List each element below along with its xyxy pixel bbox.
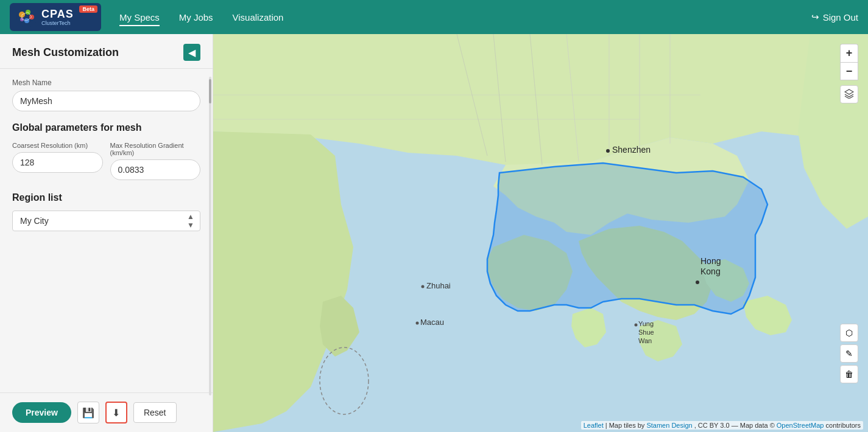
svg-text:Shue: Shue (638, 329, 654, 336)
map-draw-controls: ⬡ ✎ 🗑 (840, 324, 858, 383)
header: CPAS ClusterTech Beta My Specs My Jobs V… (0, 0, 868, 34)
scroll-thumb[interactable] (209, 79, 211, 103)
svg-text:Kong: Kong (700, 267, 721, 276)
nav-visualization[interactable]: Visualization (233, 10, 284, 26)
svg-text:Zhuhai: Zhuhai (426, 281, 451, 290)
svg-point-34 (635, 324, 638, 327)
main-nav: My Specs My Jobs Visualization (119, 12, 300, 23)
svg-point-28 (422, 285, 425, 288)
svg-text:Wan: Wan (638, 337, 652, 344)
logo-sub: ClusterTech (41, 21, 74, 26)
draw-polygon-icon: ⬡ (845, 328, 853, 338)
sidebar-title: Mesh Customization (12, 46, 119, 59)
region-select[interactable]: My City (12, 211, 200, 231)
save-icon: 💾 (82, 407, 94, 419)
nav-my-specs[interactable]: My Specs (119, 10, 160, 26)
attribution-contrib: contributors (826, 422, 861, 429)
logo-text-group: CPAS ClusterTech (41, 8, 74, 26)
svg-point-23 (606, 149, 610, 153)
sign-out-icon: ↪ (811, 12, 819, 23)
save-button[interactable]: 💾 (77, 402, 99, 423)
download-icon: ⬇ (112, 407, 120, 419)
svg-text:Hong: Hong (700, 256, 721, 266)
sidebar-content: Mesh Name Global parameters for mesh Coa… (0, 69, 213, 392)
coarsest-res-field: Coarsest Resolution (km) (12, 142, 103, 180)
max-res-input[interactable] (110, 159, 201, 180)
region-list-title: Region list (12, 192, 200, 203)
coarsest-input[interactable] (12, 152, 103, 173)
attribution-cc: , CC BY 3.0 (694, 422, 730, 429)
attribution-data: — Map data © (732, 422, 777, 429)
download-button[interactable]: ⬇ (105, 402, 127, 423)
reset-button[interactable]: Reset (133, 402, 177, 423)
preview-button[interactable]: Preview (12, 402, 71, 423)
mesh-name-input[interactable] (12, 91, 200, 111)
draw-polygon-button[interactable]: ⬡ (840, 324, 858, 342)
logo-area: CPAS ClusterTech Beta (10, 3, 101, 31)
region-select-wrapper: My City ▲▼ (12, 211, 200, 231)
svg-text:Shenzhen: Shenzhen (612, 145, 651, 155)
sidebar-header: Mesh Customization ◀ (0, 34, 213, 69)
map-container[interactable]: Shenzhen Hong Kong Zhuhai Macau Yung Shu… (213, 34, 868, 432)
scroll-indicator (209, 77, 211, 395)
coarsest-label: Coarsest Resolution (km) (12, 142, 103, 149)
logo-text: CPAS (41, 8, 74, 20)
attribution-text-1: | Map tiles by (605, 422, 647, 429)
nav-my-jobs[interactable]: My Jobs (179, 10, 213, 26)
cpas-logo-icon (16, 6, 38, 28)
attribution-osm-link[interactable]: OpenStreetMap (777, 422, 824, 429)
sign-out-label: Sign Out (823, 12, 858, 23)
attribution-stamen-link[interactable]: Stamen Design (646, 422, 692, 429)
max-res-field: Max Resolution Gradient (km/km) (110, 142, 201, 180)
global-params-title: Global parameters for mesh (12, 122, 200, 133)
zoom-out-button[interactable]: − (840, 62, 858, 80)
svg-text:Yung: Yung (638, 320, 654, 327)
sidebar: Mesh Customization ◀ Mesh Name Global pa… (0, 34, 213, 432)
layers-icon (844, 89, 854, 100)
draw-delete-button[interactable]: 🗑 (840, 365, 858, 383)
beta-badge: Beta (79, 5, 97, 13)
global-params-grid: Coarsest Resolution (km) Max Resolution … (12, 142, 200, 180)
collapse-sidebar-button[interactable]: ◀ (183, 44, 200, 61)
draw-delete-icon: 🗑 (845, 369, 853, 379)
map-attribution: Leaflet | Map tiles by Stamen Design , C… (581, 421, 863, 430)
attribution-leaflet-link[interactable]: Leaflet (584, 422, 604, 429)
main-layout: Mesh Customization ◀ Mesh Name Global pa… (0, 0, 868, 432)
zoom-in-button[interactable]: + (840, 44, 858, 62)
svg-point-30 (416, 322, 419, 325)
svg-text:Macau: Macau (420, 318, 444, 327)
mesh-name-label: Mesh Name (12, 78, 200, 87)
sign-out-button[interactable]: ↪ Sign Out (811, 12, 858, 23)
draw-edit-button[interactable]: ✎ (840, 344, 858, 363)
layers-button[interactable] (840, 85, 858, 103)
svg-point-26 (696, 280, 699, 284)
map-canvas: Shenzhen Hong Kong Zhuhai Macau Yung Shu… (213, 34, 868, 432)
max-res-label: Max Resolution Gradient (km/km) (110, 142, 201, 156)
map-zoom-controls: + − (840, 44, 858, 103)
sidebar-footer: Preview 💾 ⬇ Reset (0, 392, 213, 432)
draw-edit-icon: ✎ (845, 349, 853, 358)
